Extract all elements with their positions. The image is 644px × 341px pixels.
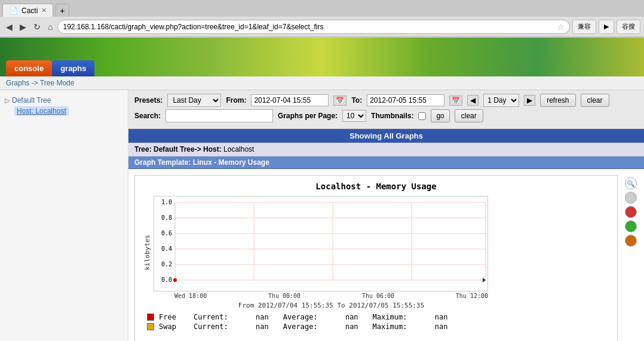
go-button[interactable]: go <box>431 109 449 122</box>
graph-template-1-label: Graph Template: <box>134 158 191 167</box>
thumbnails-checkbox[interactable] <box>418 112 426 120</box>
clear-button[interactable]: clear <box>581 94 609 107</box>
graph-template-1-name: Linux - Memory Usage <box>193 158 269 167</box>
navigation-bar: ◀ ▶ ↻ ⌂ ☆ 兼容 ▶ 谷搜 <box>0 17 644 37</box>
search-clear-button[interactable]: clear <box>455 109 483 122</box>
console-tab-button[interactable]: console <box>6 60 52 76</box>
date-range-label: From 2012/07/04 15:55:35 To 2012/07/05 1… <box>154 302 488 309</box>
svg-text:0.2: 0.2 <box>161 261 172 268</box>
tree-host-bar: Tree: Default Tree-> Host: Localhost <box>128 143 644 156</box>
tab-bar: 📄 Cacti ✕ + <box>0 0 644 17</box>
breadcrumb-arrow: -> <box>32 79 38 87</box>
sidebar-host-item[interactable]: Host: Localhost <box>2 106 125 116</box>
svg-text:0.8: 0.8 <box>161 214 172 221</box>
svg-point-18 <box>173 278 177 282</box>
x-label-1: Wed 18:00 <box>174 293 207 299</box>
presets-label: Presets: <box>134 96 162 105</box>
legend-current-label-free: Current: <box>194 313 228 321</box>
compat-button[interactable]: 兼容 <box>572 20 596 34</box>
legend-row-free: Free Current: nan Average: nan Maximum: … <box>147 313 605 321</box>
folder-icon: ▷ <box>5 97 10 105</box>
search-label: Search: <box>134 112 161 120</box>
svg-text:0.0: 0.0 <box>161 277 172 283</box>
prev-period-button[interactable]: ◀ <box>467 95 479 106</box>
legend-current-label-swap: Current: <box>194 322 228 331</box>
legend-maximum-label-swap: Maximum: <box>373 322 407 331</box>
address-bar[interactable]: ☆ <box>57 20 570 34</box>
reload-button[interactable]: ↻ <box>31 21 43 33</box>
content-area: Presets: Last Day Last Week Last Month L… <box>128 90 644 341</box>
legend-area: Free Current: nan Average: nan Maximum: … <box>141 309 611 336</box>
refresh-button[interactable]: refresh <box>540 94 575 107</box>
host-value-text: Localhost <box>223 145 254 153</box>
svg-text:1.0: 1.0 <box>161 199 172 205</box>
main-layout: ▷ Default Tree Host: Localhost Presets: … <box>0 90 644 341</box>
svg-marker-17 <box>483 278 486 282</box>
y-axis-label: kilobytes <box>141 235 154 271</box>
home-button[interactable]: ⌂ <box>45 21 55 33</box>
bookmark-star-icon: ☆ <box>557 22 565 32</box>
legend-color-free <box>147 314 154 321</box>
legend-row-swap: Swap Current: nan Average: nan Maximum: … <box>147 322 605 331</box>
graph-template-1-bar: Graph Template: Linux - Memory Usage <box>128 156 644 169</box>
search-input[interactable] <box>165 109 273 122</box>
search-engine-button[interactable]: 谷搜 <box>617 20 640 34</box>
legend-name-swap: Swap <box>159 322 189 331</box>
from-label: From: <box>226 96 246 105</box>
graphs-tab-button[interactable]: graphs <box>52 60 94 76</box>
back-button[interactable]: ◀ <box>4 21 15 33</box>
legend-name-free: Free <box>159 313 189 321</box>
to-label: To: <box>351 96 362 105</box>
breadcrumb-graphs-link[interactable]: Graphs <box>6 79 29 87</box>
filter-row-1: Presets: Last Day Last Week Last Month L… <box>134 94 638 107</box>
filter-row-2: Search: Graphs per Page: 10 25 50 Thumbn… <box>134 109 638 122</box>
chart-svg: 1.0 0.8 0.6 0.4 0.2 0.0 <box>154 196 488 291</box>
x-label-4: Thu 12:00 <box>456 293 488 299</box>
browser-actions: 兼容 ▶ 谷搜 <box>572 20 640 34</box>
legend-average-label-free: Average: <box>283 313 318 321</box>
graph-inner: Localhost - Memory Usage kilobytes <box>135 176 617 341</box>
thumbnails-label: Thumbnails: <box>371 112 413 120</box>
legend-maximum-val-swap: nan <box>412 322 447 331</box>
breadcrumb-current: Tree Mode <box>40 79 75 87</box>
graph-action-icon-3[interactable] <box>625 220 637 232</box>
nav-action-button[interactable]: ▶ <box>599 20 614 34</box>
presets-select[interactable]: Last Day Last Week Last Month Last Year <box>167 94 221 107</box>
graph-section: Localhost - Memory Usage kilobytes <box>128 169 644 341</box>
legend-average-val-free: nan <box>323 313 358 321</box>
showing-bar: Showing All Graphs <box>128 129 644 143</box>
next-period-button[interactable]: ▶ <box>524 95 535 106</box>
period-select[interactable]: 1 Day 1 Week 1 Month <box>483 94 519 107</box>
graph-title: Localhost - Memory Usage <box>141 182 611 191</box>
zoom-icon[interactable]: 🔍 <box>625 177 637 189</box>
browser-tab[interactable]: 📄 Cacti ✕ <box>2 4 53 17</box>
to-calendar-button[interactable]: 📅 <box>449 96 462 106</box>
chart-body: 1.0 0.8 0.6 0.4 0.2 0.0 <box>154 196 488 309</box>
graph-action-icon-4[interactable] <box>625 235 637 247</box>
graphs-per-page-select[interactable]: 10 25 50 <box>342 110 366 122</box>
graph-action-icon-1[interactable] <box>625 192 637 204</box>
host-label-text: Host: <box>203 145 222 153</box>
graph-action-icon-2[interactable] <box>625 206 637 218</box>
breadcrumb: Graphs -> Tree Mode <box>0 76 644 90</box>
graph-container: Localhost - Memory Usage kilobytes <box>134 175 618 341</box>
legend-maximum-label-free: Maximum: <box>373 313 407 321</box>
from-date-input[interactable] <box>251 94 329 106</box>
sidebar-tree-item[interactable]: ▷ Default Tree <box>2 95 125 106</box>
to-date-input[interactable] <box>367 94 444 106</box>
new-tab-button[interactable]: + <box>56 4 69 17</box>
forward-button[interactable]: ▶ <box>17 21 29 33</box>
graph-wrapper: Localhost - Memory Usage kilobytes <box>134 175 618 341</box>
from-calendar-button[interactable]: 📅 <box>333 96 346 106</box>
host-localhost-link[interactable]: Host: Localhost <box>14 106 69 116</box>
tree-text: Tree: Default Tree-> <box>134 145 201 153</box>
legend-color-swap <box>147 323 154 330</box>
x-label-3: Thu 06:00 <box>362 293 394 299</box>
legend-current-val-free: nan <box>233 313 269 321</box>
x-label-2: Thu 00:00 <box>268 293 300 299</box>
default-tree-link[interactable]: Default Tree <box>12 96 51 105</box>
tab-close-button[interactable]: ✕ <box>41 7 47 14</box>
url-input[interactable] <box>63 23 554 31</box>
filter-bar: Presets: Last Day Last Week Last Month L… <box>128 90 644 129</box>
svg-text:0.4: 0.4 <box>161 245 172 252</box>
